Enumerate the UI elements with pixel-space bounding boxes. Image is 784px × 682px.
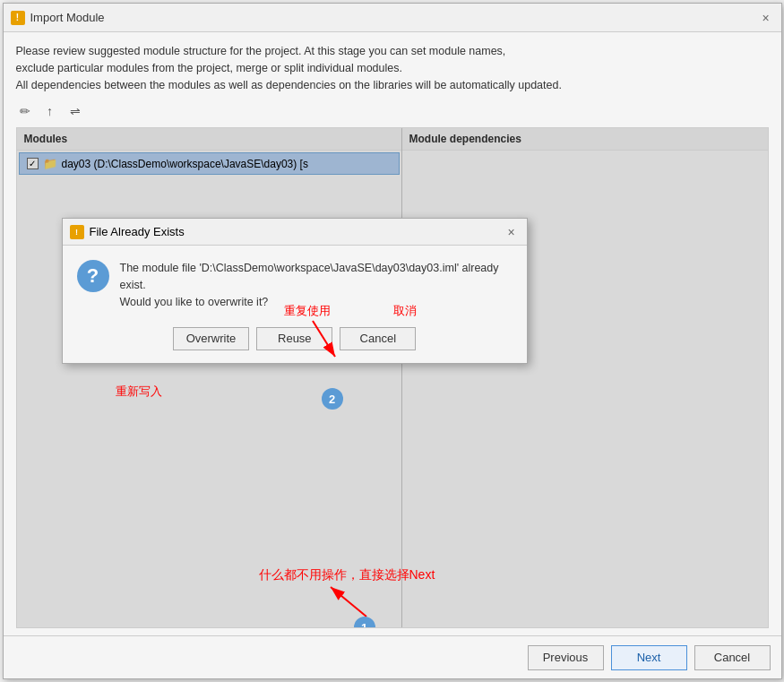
dialog-icon: ! [70,225,84,239]
circle-1: 1 [354,617,375,628]
overlay-container: ! File Already Exists × ? The module fil… [17,128,768,627]
title-bar: ! Import Module × [4,4,781,32]
dialog-body: ? The module file 'D:\ClassDemo\workspac… [63,246,527,321]
question-icon: ? [77,260,109,292]
overwrite-button[interactable]: Overwrite [173,327,250,350]
window-title: Import Module [30,11,105,24]
title-bar-left: ! Import Module [11,11,105,25]
cancel-button[interactable]: Cancel [694,645,771,670]
next-arrow [17,128,768,627]
move-up-icon[interactable]: ↑ [41,102,59,120]
description-text: Please review suggested module structure… [16,43,769,93]
content-area: Modules ✓ 📁 day03 (D:\ClassDemo\workspac… [16,127,769,628]
dialog-title-bar: ! File Already Exists × [63,219,527,246]
window-icon: ! [11,11,25,25]
cancel-dialog-button[interactable]: Cancel [340,327,416,350]
dialog-overlay: ! File Already Exists × ? The module fil… [17,128,768,627]
next-button[interactable]: Next [611,645,687,670]
overwrite-annotation: 重新写入 [116,384,162,400]
split-icon[interactable]: ⇌ [66,102,84,120]
previous-button[interactable]: Previous [528,645,604,670]
dialog-message: The module file 'D:\ClassDemo\workspace\… [120,260,513,310]
reuse-button[interactable]: Reuse [256,327,332,350]
main-window: ! Import Module × Please review suggeste… [3,3,782,679]
toolbar: ✏ ↑ ⇌ [16,102,769,120]
footer: Previous Next Cancel [4,635,781,678]
reuse-arrow [17,128,768,627]
edit-icon[interactable]: ✏ [16,102,34,120]
window-close-button[interactable]: × [758,10,774,26]
dialog-title-left: ! File Already Exists [70,225,185,239]
dialog-buttons: Overwrite Reuse Cancel [63,322,527,363]
circle-2: 2 [322,388,343,410]
file-exists-dialog: ! File Already Exists × ? The module fil… [62,218,528,363]
dialog-title: File Already Exists [90,225,185,238]
window-body: Please review suggested module structure… [4,32,781,635]
instruction-annotation: 什么都不用操作，直接选择Next [259,567,435,583]
dialog-close-button[interactable]: × [504,224,520,240]
svg-line-3 [331,587,366,617]
